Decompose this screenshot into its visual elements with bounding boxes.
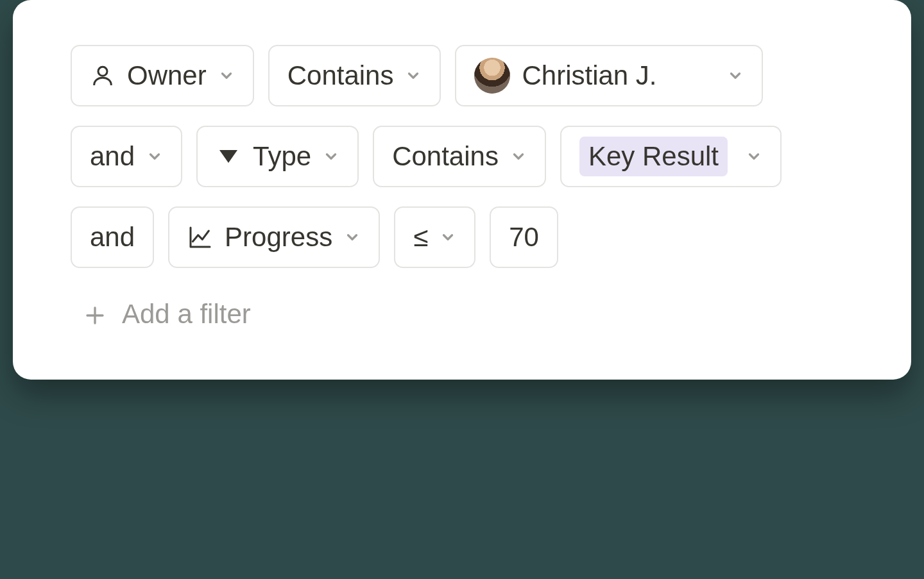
filter-row-1: Owner Contains Christian J. (71, 45, 853, 106)
person-icon (90, 63, 116, 88)
operator-label: Contains (287, 60, 394, 91)
chevron-down-icon (218, 67, 235, 84)
operator-selector-lte[interactable]: ≤ (394, 206, 475, 268)
conjunction-selector-2[interactable]: and (71, 126, 182, 187)
operator-label: Contains (392, 141, 499, 172)
plus-icon (83, 303, 107, 326)
property-selector-progress[interactable]: Progress (168, 206, 380, 268)
operator-selector-contains-1[interactable]: Contains (268, 45, 441, 106)
property-label: Owner (127, 60, 207, 91)
chevron-down-icon (727, 67, 744, 84)
chevron-down-icon (746, 148, 762, 165)
chevron-down-icon (146, 148, 163, 165)
conjunction-label: and (90, 141, 135, 172)
add-filter-button[interactable]: Add a filter (71, 287, 256, 335)
value-label: 70 (509, 222, 539, 253)
filter-row-3: and Progress ≤ 70 (71, 206, 853, 268)
value-label: Christian J. (522, 60, 656, 91)
svg-point-0 (98, 67, 107, 76)
conjunction-label: and (90, 222, 135, 253)
property-label: Type (253, 141, 311, 172)
filter-row-2: and Type Contains Key Result (71, 126, 853, 187)
operator-label: ≤ (413, 222, 428, 253)
property-selector-type[interactable]: Type (196, 126, 359, 187)
tag-value: Key Result (579, 137, 728, 176)
property-label: Progress (225, 222, 332, 253)
filter-panel: Owner Contains Christian J. and (13, 0, 911, 380)
chevron-down-icon (440, 229, 456, 246)
chevron-down-icon (405, 67, 422, 84)
chevron-down-icon (510, 148, 527, 165)
avatar (474, 58, 510, 94)
chevron-down-icon (344, 229, 361, 246)
chart-icon (187, 224, 213, 250)
value-selector-tag[interactable]: Key Result (560, 126, 782, 187)
add-filter-label: Add a filter (122, 299, 251, 330)
chevron-down-icon (323, 148, 339, 165)
value-selector-person[interactable]: Christian J. (455, 45, 763, 106)
conjunction-selector-3[interactable]: and (71, 206, 154, 268)
property-selector-owner[interactable]: Owner (71, 45, 254, 106)
select-icon (216, 144, 241, 169)
value-input-number[interactable]: 70 (490, 206, 558, 268)
operator-selector-contains-2[interactable]: Contains (373, 126, 546, 187)
